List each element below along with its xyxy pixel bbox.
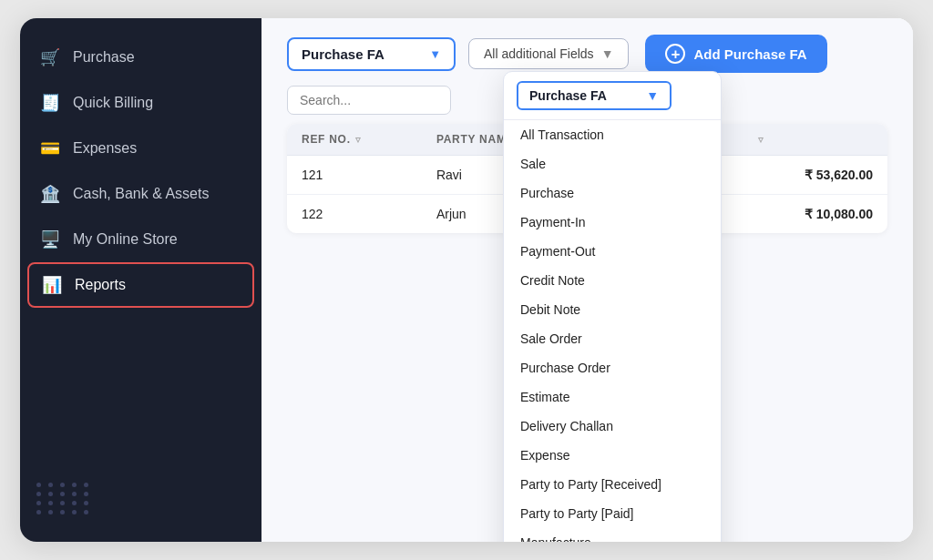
chevron-down-icon: ▼ [646, 88, 659, 103]
dropdown-item[interactable]: Party to Party [Received] [504, 470, 721, 499]
expenses-icon: 💳 [40, 138, 60, 158]
dropdown-selected-value: Purchase FA [302, 46, 384, 62]
sidebar-item-expenses[interactable]: 💳 Expenses [20, 126, 261, 171]
cell-ref-no: 121 [287, 156, 422, 195]
plus-circle-icon: + [665, 44, 685, 64]
col-header-amount: ▿ [739, 124, 887, 156]
reports-icon: 📊 [42, 275, 62, 295]
cell-amount: ₹ 53,620.00 [739, 156, 887, 195]
sidebar: 🛒 Purchase 🧾 Quick Billing 💳 Expenses 🏦 … [20, 18, 261, 542]
sidebar-item-cash-bank-assets[interactable]: 🏦 Cash, Bank & Assets [20, 171, 261, 217]
store-icon: 🖥️ [40, 229, 60, 249]
sidebar-item-my-online-store[interactable]: 🖥️ My Online Store [20, 217, 261, 262]
additional-fields-label: All additional Fields [484, 46, 594, 61]
cell-amount: ₹ 10,080.00 [739, 195, 887, 234]
dropdown-item[interactable]: Manufacture [504, 528, 721, 542]
dropdown-menu-overlay: Purchase FA ▼ All TransactionSalePurchas… [503, 71, 722, 542]
dropdown-item[interactable]: Estimate [504, 382, 721, 412]
dropdown-item[interactable]: Sale [504, 149, 721, 178]
transaction-type-dropdown[interactable]: Purchase FA ▼ [287, 37, 456, 71]
chevron-down-icon: ▼ [601, 46, 614, 61]
dropdown-top-bar: Purchase FA ▼ [504, 72, 721, 120]
filter-icon[interactable]: ▿ [355, 134, 362, 146]
dropdown-item[interactable]: Expense [504, 441, 721, 470]
search-input[interactable] [287, 86, 451, 115]
sidebar-item-quick-billing[interactable]: 🧾 Quick Billing [20, 80, 261, 126]
cell-ref-no: 122 [287, 195, 422, 234]
col-header-ref-no: REF NO.▿ [287, 124, 422, 156]
bank-icon: 🏦 [40, 184, 60, 204]
dropdown-item[interactable]: All Transaction [504, 120, 721, 149]
dropdown-item[interactable]: Party to Party [Paid] [504, 499, 721, 528]
content-area: Purchase FA ▼ All additional Fields ▼ + … [261, 18, 913, 542]
dropdown-item[interactable]: Debit Note [504, 295, 721, 324]
quick-billing-icon: 🧾 [40, 93, 60, 113]
dropdown-item[interactable]: Payment-In [504, 208, 721, 237]
chevron-down-icon: ▼ [429, 47, 441, 61]
dropdown-items-list: All TransactionSalePurchasePayment-InPay… [504, 120, 721, 542]
dropdown-item[interactable]: Payment-Out [504, 237, 721, 266]
add-purchase-fa-label: Add Purchase FA [693, 46, 806, 62]
dropdown-item[interactable]: Credit Note [504, 266, 721, 295]
main-container: 🛒 Purchase 🧾 Quick Billing 💳 Expenses 🏦 … [20, 18, 913, 542]
sidebar-item-purchase[interactable]: 🛒 Purchase [20, 35, 261, 80]
dropdown-item[interactable]: Purchase [504, 178, 721, 208]
dropdown-selected-box[interactable]: Purchase FA ▼ [517, 81, 672, 110]
sidebar-item-reports[interactable]: 📊 Reports [27, 262, 254, 308]
purchase-icon: 🛒 [40, 47, 60, 67]
dropdown-box-value: Purchase FA [529, 88, 607, 103]
decorative-dots-sidebar [36, 483, 91, 514]
filter-icon[interactable]: ▿ [758, 134, 764, 146]
additional-fields-dropdown[interactable]: All additional Fields ▼ [468, 38, 629, 69]
add-purchase-fa-button[interactable]: + Add Purchase FA [645, 35, 826, 73]
dropdown-item[interactable]: Purchase Order [504, 353, 721, 382]
dropdown-item[interactable]: Sale Order [504, 324, 721, 353]
dropdown-item[interactable]: Delivery Challan [504, 412, 721, 441]
